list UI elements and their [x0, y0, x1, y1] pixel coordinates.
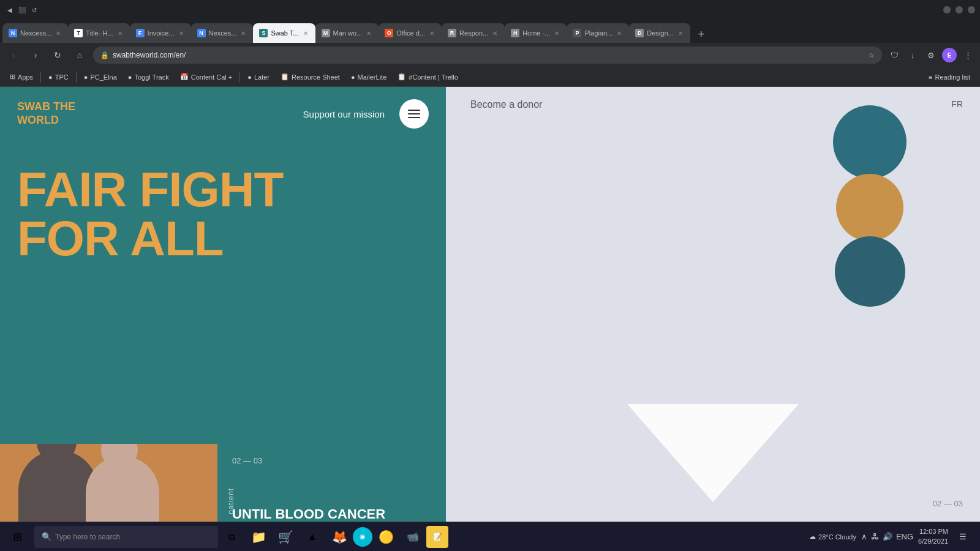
tab-close-t10[interactable]: ✕: [616, 29, 623, 38]
bm-icon-7: ●: [351, 73, 355, 81]
tab-label-t11: Design...: [647, 29, 673, 37]
bm-label-6: Resource Sheet: [292, 73, 340, 81]
bookmark-0[interactable]: ⊞Apps: [5, 71, 38, 83]
forward-nav-btn[interactable]: ›: [27, 47, 44, 64]
menu-line-1: [408, 110, 420, 111]
tab-t4[interactable]: N Nexces... ✕: [191, 23, 254, 43]
tab-close-t7[interactable]: ✕: [428, 29, 435, 38]
tab-close-t9[interactable]: ✕: [553, 29, 560, 38]
start-button[interactable]: ⊞: [0, 522, 34, 552]
tab-t3[interactable]: F Invoice... ✕: [130, 23, 191, 43]
url-bar[interactable]: 🔒 swabtheworld.com/en/ ☆: [93, 47, 882, 64]
tab-t7[interactable]: O Office d... ✕: [379, 23, 442, 43]
bookmark-6[interactable]: 📋Resource Sheet: [276, 71, 345, 83]
tray-lang[interactable]: ENG: [896, 532, 913, 541]
left-panel: SWAB THE WORLD Support our mission FAIR …: [0, 87, 446, 551]
weather-text: 28°C Cloudy: [818, 533, 856, 541]
close-btn[interactable]: [968, 6, 975, 13]
tab-t5[interactable]: S Swab T... ✕: [253, 23, 315, 43]
search-box[interactable]: 🔍 Type here to search: [34, 526, 218, 548]
more-icon[interactable]: ⋮: [960, 48, 975, 62]
logo-line2: WORLD: [17, 114, 75, 127]
tab-close-t4[interactable]: ✕: [239, 29, 247, 38]
site-nav: SWAB THE WORLD Support our mission: [0, 87, 446, 141]
slide-counter-right: 02 — 03: [933, 499, 963, 508]
taskbar-app-3[interactable]: ▲: [299, 523, 326, 550]
taskbar-app-7[interactable]: 📹: [399, 523, 426, 550]
tab-favicon-t2: T: [74, 29, 83, 37]
tab-close-t2[interactable]: ✕: [116, 29, 124, 38]
bookmark-1[interactable]: ●TPC: [43, 72, 74, 83]
system-clock[interactable]: 12:03 PM 6/29/2021: [918, 527, 948, 546]
tray-network[interactable]: 🖧: [871, 532, 879, 541]
tab-t10[interactable]: P Plagiari... ✕: [567, 23, 629, 43]
bookmark-8[interactable]: 📋#Content | Trello: [393, 71, 463, 83]
back-btn[interactable]: ◀: [5, 5, 15, 15]
settings-icon[interactable]: ⚙: [924, 48, 938, 62]
tray-arrow[interactable]: ∧: [861, 532, 867, 541]
download-icon[interactable]: ↓: [905, 48, 920, 62]
cone-shape: [627, 404, 799, 502]
bookmark-2[interactable]: ●PC_Elna: [79, 72, 122, 83]
star-icon[interactable]: ☆: [869, 51, 875, 59]
home-nav-btn[interactable]: ⌂: [71, 47, 88, 64]
new-tab-button[interactable]: +: [693, 26, 710, 43]
tab-favicon-t11: D: [635, 29, 644, 37]
extension-icon[interactable]: 🛡: [887, 48, 902, 62]
tab-close-t3[interactable]: ✕: [178, 29, 185, 38]
bm-sep-4: [239, 72, 240, 83]
tab-close-t1[interactable]: ✕: [55, 29, 62, 38]
menu-button[interactable]: [399, 99, 429, 129]
tab-favicon-t1: N: [9, 29, 17, 37]
tray-volume[interactable]: 🔊: [883, 532, 892, 541]
bm-label-3: Toggl Track: [134, 73, 168, 81]
back-nav-btn[interactable]: ‹: [5, 47, 22, 64]
site-logo[interactable]: SWAB THE WORLD: [17, 100, 75, 127]
clock-time: 12:03 PM: [918, 527, 948, 536]
tab-close-t11[interactable]: ✕: [677, 29, 684, 38]
tab-t8[interactable]: R Respon... ✕: [442, 23, 505, 43]
taskbar-app-8[interactable]: 📝: [426, 526, 448, 548]
maximize-btn[interactable]: [956, 6, 963, 13]
tab-close-t8[interactable]: ✕: [491, 29, 499, 38]
forward-btn[interactable]: ⬛: [17, 5, 27, 15]
tab-t2[interactable]: T Title- H... ✕: [68, 23, 129, 43]
bm-icon-8: 📋: [398, 73, 406, 81]
refresh-btn[interactable]: ↺: [29, 5, 39, 15]
bookmark-7[interactable]: ●MailerLite: [346, 72, 391, 83]
weather-widget[interactable]: ☁ 28°C Cloudy: [809, 533, 856, 541]
bm-label-8: #Content | Trello: [409, 73, 458, 81]
bm-icon-6: 📋: [281, 73, 289, 81]
tab-close-t6[interactable]: ✕: [365, 29, 372, 38]
tab-t9[interactable]: H Home -... ✕: [505, 23, 567, 43]
taskbar-app-1[interactable]: 📁: [245, 523, 272, 550]
bookmark-4[interactable]: 📅Content Cal +: [175, 71, 238, 83]
website-content: SWAB THE WORLD Support our mission FAIR …: [0, 87, 980, 551]
taskbar-app-2[interactable]: 🛒: [272, 523, 299, 550]
tab-close-t5[interactable]: ✕: [302, 29, 309, 38]
profile-avatar[interactable]: E: [942, 48, 957, 62]
bm-sep-0: [40, 72, 41, 83]
taskview-btn[interactable]: ⧉: [218, 523, 245, 550]
tab-t11[interactable]: D Design... ✕: [629, 23, 690, 43]
nav-right: Support our mission: [303, 99, 429, 129]
taskbar-app-6[interactable]: 🟡: [372, 523, 399, 550]
taskbar-app-5[interactable]: ◉: [353, 527, 372, 547]
hero-line1: FAIR FIGHT: [17, 165, 429, 214]
minimize-btn[interactable]: [943, 6, 951, 13]
tab-label-t6: Man wo...: [333, 29, 363, 37]
bookmark-3[interactable]: ●Toggl Track: [123, 72, 174, 83]
slide-number: 02 — 03: [232, 456, 431, 465]
refresh-nav-btn[interactable]: ↻: [49, 47, 66, 64]
tab-t6[interactable]: M Man wo... ✕: [315, 23, 379, 43]
language-toggle[interactable]: FR: [951, 99, 963, 109]
tab-t1[interactable]: N Nexcess... ✕: [2, 23, 68, 43]
taskbar-app-4[interactable]: 🦊: [326, 523, 353, 550]
title-bar-left: ◀ ⬛ ↺: [5, 5, 39, 15]
bm-label-4: Content Cal +: [191, 73, 233, 81]
reading-list-btn[interactable]: ≡ Reading list: [924, 72, 975, 83]
support-mission-link[interactable]: Support our mission: [303, 109, 385, 119]
bookmark-5[interactable]: ●Later: [243, 72, 274, 83]
become-donor-link[interactable]: Become a donor: [470, 99, 542, 110]
notification-button[interactable]: ☰: [953, 527, 973, 547]
